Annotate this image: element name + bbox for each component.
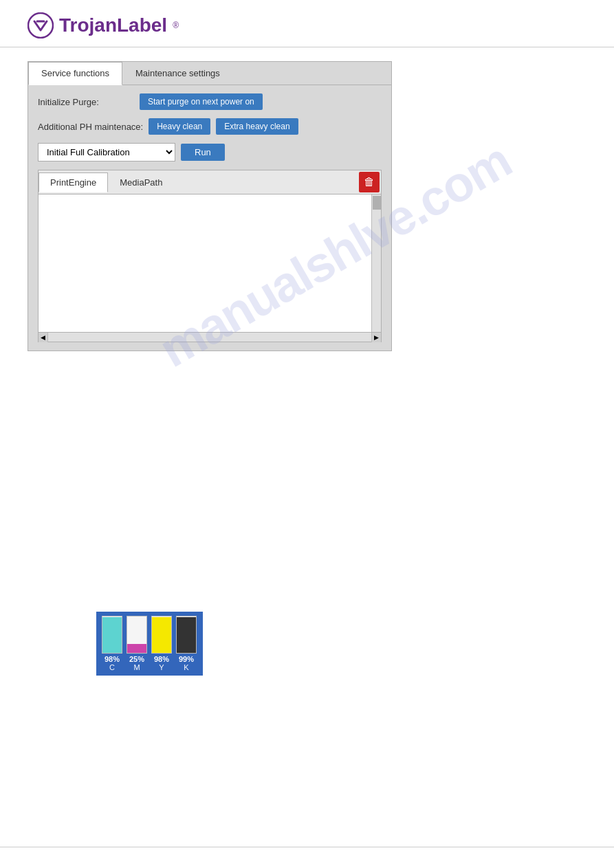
tab-media-path[interactable]: MediaPath [108, 173, 174, 192]
ink-pct-C: 98% [105, 655, 120, 663]
ink-pct-Y: 98% [154, 655, 169, 663]
service-panel: Service functions Maintenance settings I… [28, 61, 392, 351]
tab-print-engine[interactable]: PrintEngine [39, 173, 108, 192]
ink-bar-fill-M [127, 644, 146, 653]
footer-line [0, 847, 614, 847]
initialize-purge-row: Initialize Purge: Start purge on next po… [38, 93, 382, 110]
tab-maintenance-settings[interactable]: Maintenance settings [122, 62, 233, 85]
ink-letter-M: M [133, 663, 140, 671]
panel-body: Initialize Purge: Start purge on next po… [28, 85, 391, 350]
run-button[interactable]: Run [181, 144, 225, 161]
ink-pct-K: 99% [179, 655, 194, 663]
ink-letter-C: C [109, 663, 115, 671]
scroll-left-arrow[interactable]: ◀ [39, 333, 48, 342]
inner-content-wrapper [39, 194, 381, 332]
tab-service-functions[interactable]: Service functions [28, 62, 122, 85]
calibration-row: Initial Full Calibration Run [38, 143, 382, 162]
ink-level-widget: 98%C25%M98%Y99%K [96, 612, 203, 676]
ink-pct-M: 25% [129, 655, 144, 663]
ink-bar-fill-Y [152, 617, 171, 653]
trojan-logo-icon [28, 12, 54, 38]
ink-bar-outer-K [176, 616, 197, 654]
ink-bar-K: 99%K [175, 616, 198, 671]
ink-bar-outer-C [102, 616, 122, 654]
outer-tab-bar: Service functions Maintenance settings [28, 62, 391, 85]
ink-bar-M: 25%M [125, 616, 149, 671]
calibration-dropdown[interactable]: Initial Full Calibration [38, 143, 175, 162]
horizontal-scrollbar[interactable]: ◀ ▶ [39, 332, 381, 342]
ink-letter-Y: Y [159, 663, 164, 671]
inner-content-area [39, 194, 381, 332]
logo-text: TrojanLabel [59, 14, 167, 36]
logo-reg: ® [173, 21, 179, 30]
ink-bar-outer-Y [151, 616, 172, 654]
inner-tab-container: PrintEngine MediaPath 🗑 [38, 170, 382, 342]
initialize-purge-label: Initialize Purge: [38, 97, 134, 107]
ink-bar-outer-M [127, 616, 147, 654]
scroll-thumb[interactable] [373, 196, 381, 210]
ink-bar-fill-K [177, 617, 196, 653]
trash-icon: 🗑 [364, 176, 375, 188]
inner-tab-bar: PrintEngine MediaPath 🗑 [39, 170, 381, 194]
ink-bar-fill-C [102, 617, 122, 653]
logo: TrojanLabel® [28, 12, 179, 38]
scroll-right-arrow[interactable]: ▶ [371, 333, 381, 342]
svg-point-0 [28, 13, 53, 38]
heavy-clean-button[interactable]: Heavy clean [149, 118, 210, 135]
additional-ph-row: Additional PH maintenace: Heavy clean Ex… [38, 118, 382, 135]
ink-bar-Y: 98%Y [150, 616, 173, 671]
ink-letter-K: K [184, 663, 188, 671]
scroll-track [48, 333, 371, 342]
main-content: Service functions Maintenance settings I… [0, 47, 614, 365]
vertical-scrollbar[interactable] [371, 194, 381, 332]
header: TrojanLabel® [0, 0, 614, 47]
delete-button[interactable]: 🗑 [359, 172, 380, 192]
additional-ph-label: Additional PH maintenace: [38, 122, 143, 132]
start-purge-button[interactable]: Start purge on next power on [140, 93, 263, 110]
extra-heavy-clean-button[interactable]: Extra heavy clean [216, 118, 298, 135]
ink-bar-C: 98%C [100, 616, 124, 671]
